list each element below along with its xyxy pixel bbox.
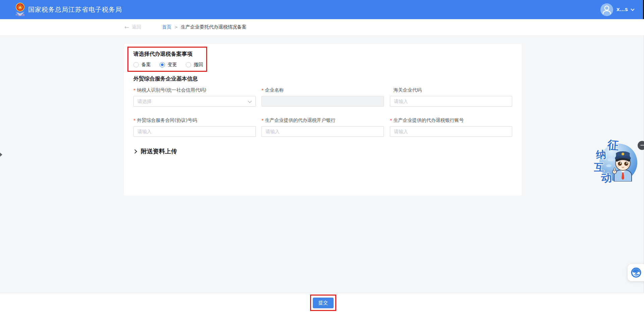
refund-bank-input[interactable] xyxy=(261,126,384,137)
user-menu[interactable]: X...S xyxy=(600,0,634,19)
breadcrumb-separator: > xyxy=(174,25,178,30)
refund-account-input[interactable] xyxy=(390,126,512,137)
page-title: 生产企业委托代办退税情况备案 xyxy=(181,24,246,30)
side-panel-handle[interactable] xyxy=(0,153,2,157)
radio-chehui[interactable]: 撤回 xyxy=(186,62,203,68)
field-label: *海关企业代码 xyxy=(390,87,512,93)
annotation-box-submit: 提交 xyxy=(310,295,336,311)
taxpayer-id-select[interactable]: 请选择 xyxy=(133,96,256,107)
field-company-name: *企业名称 xyxy=(261,87,384,107)
company-name-input xyxy=(261,96,384,107)
required-asterisk: * xyxy=(261,88,264,93)
chevron-down-icon xyxy=(248,99,251,103)
app-title: 国家税务总局江苏省电子税务局 xyxy=(28,0,122,19)
radio-icon xyxy=(133,62,139,67)
logo-caption: 中国税务 xyxy=(14,13,26,17)
submit-button[interactable]: 提交 xyxy=(313,298,334,308)
assistant-char-zheng: 征 xyxy=(607,137,619,153)
user-avatar-icon xyxy=(600,3,613,16)
field-label: *生产企业提供的代办退税银行账号 xyxy=(390,117,512,123)
footer-bar: 提交 xyxy=(0,293,644,312)
field-refund-account: *生产企业提供的代办退税银行账号 xyxy=(390,117,512,137)
tax-pinwheel-icon xyxy=(631,267,641,278)
attachments-section-toggle[interactable]: 附送资料上传 xyxy=(133,147,177,155)
radio-biangeng[interactable]: 变更 xyxy=(160,62,177,68)
back-button[interactable]: ← 返回 xyxy=(124,24,141,31)
interaction-launcher[interactable] xyxy=(628,264,644,281)
field-refund-bank: *生产企业提供的代办退税开户银行 xyxy=(261,117,384,137)
filing-section-title: 请选择代办退税备案事项 xyxy=(133,51,192,58)
field-label: *企业名称 xyxy=(261,87,384,93)
radio-beian[interactable]: 备案 xyxy=(133,62,151,68)
assistant-char-na: 纳 xyxy=(596,148,607,162)
select-placeholder: 请选择 xyxy=(137,96,152,106)
field-label: *纳税人识别号(统一社会信用代码) xyxy=(133,87,256,93)
minimize-button[interactable]: − xyxy=(638,141,644,150)
contract-number-input[interactable] xyxy=(133,126,256,137)
chevron-down-icon xyxy=(631,7,634,11)
radio-icon xyxy=(160,62,165,67)
required-asterisk: * xyxy=(133,118,136,123)
breadcrumb: ← 返回 首页 > 生产企业委托代办退税情况备案 xyxy=(0,19,644,35)
radio-icon xyxy=(186,62,191,67)
user-name: X...S xyxy=(617,7,628,12)
back-arrow-icon: ← xyxy=(124,24,129,31)
header-bar: 中国税务 国家税务总局江苏省电子税务局 X...S xyxy=(0,0,644,19)
required-asterisk: * xyxy=(261,118,264,123)
field-customs-code: *海关企业代码 xyxy=(390,87,512,107)
filing-options: 备案 变更 撤回 xyxy=(133,62,212,68)
back-label: 返回 xyxy=(132,24,141,30)
page: 中国税务 国家税务总局江苏省电子税务局 X...S ← 返回 首页 > 生产企业… xyxy=(0,0,644,312)
field-label: *生产企业提供的代办退税开户银行 xyxy=(261,117,384,123)
basic-info-section-title: 外贸综合服务企业基本信息 xyxy=(133,75,198,83)
field-taxpayer-id: *纳税人识别号(统一社会信用代码) 请选择 xyxy=(133,87,256,107)
breadcrumb-home-link[interactable]: 首页 xyxy=(162,24,171,30)
assistant-char-dong: 动 xyxy=(601,170,612,186)
field-label: *外贸综合服务合同(协议)号码 xyxy=(133,117,256,123)
required-asterisk: * xyxy=(133,88,136,93)
required-asterisk: * xyxy=(390,118,392,123)
field-contract-number: *外贸综合服务合同(协议)号码 xyxy=(133,117,256,137)
customs-code-input[interactable] xyxy=(390,96,512,107)
form-card: 请选择代办退税备案事项 备案 变更 撤回 外贸综合服务企业基本信息 *纳税人识别… xyxy=(124,44,522,196)
chevron-right-icon xyxy=(133,149,137,154)
attachments-section-title: 附送资料上传 xyxy=(141,147,177,155)
